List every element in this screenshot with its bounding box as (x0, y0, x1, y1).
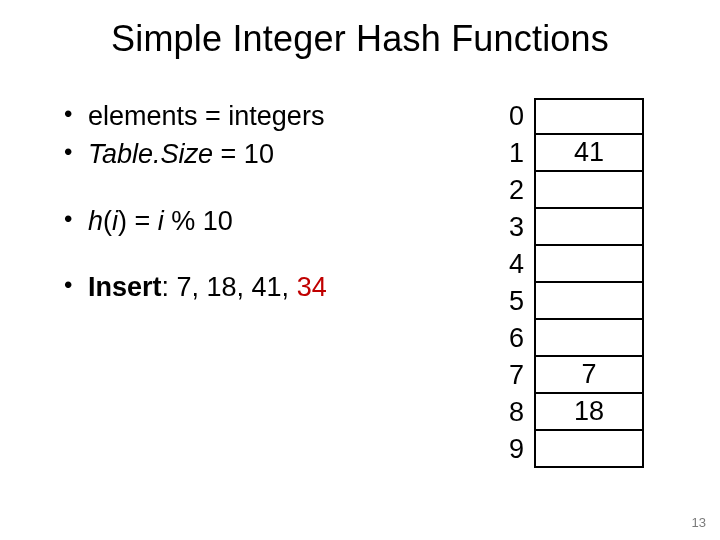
fn-open: ( (103, 206, 112, 236)
row-index: 9 (492, 431, 534, 468)
table-row: 6 (492, 320, 644, 357)
tablesize-var: Table.Size (88, 139, 213, 169)
row-index: 8 (492, 394, 534, 431)
fn-h: h (88, 206, 103, 236)
table-row: 8 18 (492, 394, 644, 431)
tablesize-rest: = 10 (213, 139, 274, 169)
table-row: 2 (492, 172, 644, 209)
bullet-tablesize: Table.Size = 10 (60, 136, 460, 172)
row-index: 2 (492, 172, 534, 209)
insert-values: : 7, 18, 41, (162, 272, 297, 302)
bullet-list: elements = integers Table.Size = 10 h(i)… (60, 98, 460, 308)
slide-title: Simple Integer Hash Functions (0, 18, 720, 60)
row-index: 0 (492, 98, 534, 135)
row-cell (534, 431, 644, 468)
hash-table: 0 1 41 2 3 4 5 6 7 7 (492, 98, 644, 468)
bullet-insert: Insert: 7, 18, 41, 34 (60, 269, 460, 305)
table-row: 5 (492, 283, 644, 320)
row-cell (534, 283, 644, 320)
bullet-text: elements = integers (88, 101, 324, 131)
row-index: 1 (492, 135, 534, 172)
row-cell (534, 209, 644, 246)
row-cell: 41 (534, 135, 644, 172)
table-row: 0 (492, 98, 644, 135)
bullet-elements: elements = integers (60, 98, 460, 134)
row-index: 5 (492, 283, 534, 320)
row-cell (534, 172, 644, 209)
table-row: 7 7 (492, 357, 644, 394)
slide: Simple Integer Hash Functions elements =… (0, 0, 720, 540)
bullet-hashfn: h(i) = i % 10 (60, 203, 460, 239)
row-cell: 7 (534, 357, 644, 394)
row-cell (534, 98, 644, 135)
row-index: 3 (492, 209, 534, 246)
table-row: 1 41 (492, 135, 644, 172)
row-index: 4 (492, 246, 534, 283)
row-cell: 18 (534, 394, 644, 431)
table-row: 3 (492, 209, 644, 246)
row-cell (534, 320, 644, 357)
row-index: 7 (492, 357, 534, 394)
row-index: 6 (492, 320, 534, 357)
insert-current: 34 (297, 272, 327, 302)
fn-end: % 10 (164, 206, 233, 236)
table-row: 4 (492, 246, 644, 283)
fn-mid: ) = (118, 206, 158, 236)
row-cell (534, 246, 644, 283)
page-number: 13 (692, 515, 706, 530)
table-row: 9 (492, 431, 644, 468)
insert-label: Insert (88, 272, 162, 302)
